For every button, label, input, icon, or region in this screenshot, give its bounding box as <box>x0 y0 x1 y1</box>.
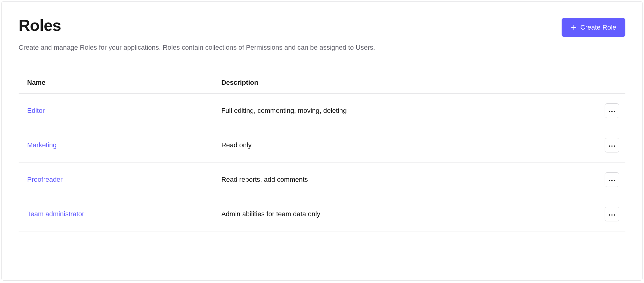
svg-point-7 <box>611 180 613 181</box>
row-actions-button[interactable] <box>605 172 619 187</box>
svg-point-10 <box>611 214 613 216</box>
table-row: Marketing Read only <box>19 128 625 163</box>
table-row: Team administrator Admin abilities for t… <box>19 197 625 231</box>
svg-point-0 <box>609 111 610 112</box>
more-icon <box>609 177 615 182</box>
column-header-name: Name <box>19 72 213 94</box>
page-subtitle: Create and manage Roles for your applica… <box>19 42 625 52</box>
svg-point-2 <box>614 111 615 112</box>
svg-point-11 <box>614 214 615 216</box>
role-link[interactable]: Marketing <box>27 141 57 149</box>
table-row: Editor Full editing, commenting, moving,… <box>19 94 625 128</box>
more-icon <box>609 212 615 217</box>
svg-point-5 <box>614 145 615 147</box>
svg-point-3 <box>609 145 610 147</box>
roles-panel: Roles Create Role Create and manage Role… <box>1 1 643 281</box>
more-icon <box>609 109 615 113</box>
row-actions-button[interactable] <box>605 207 619 221</box>
more-icon <box>609 143 615 148</box>
column-header-actions <box>565 72 625 94</box>
table-row: Proofreader Read reports, add comments <box>19 163 625 197</box>
row-actions-button[interactable] <box>605 138 619 152</box>
plus-icon <box>571 24 577 30</box>
create-role-button[interactable]: Create Role <box>562 18 625 37</box>
role-description: Read reports, add comments <box>213 163 565 197</box>
svg-point-8 <box>614 180 615 181</box>
svg-point-9 <box>609 214 610 216</box>
svg-point-1 <box>611 111 613 112</box>
create-role-label: Create Role <box>581 23 616 31</box>
role-link[interactable]: Editor <box>27 107 45 114</box>
role-link[interactable]: Proofreader <box>27 176 63 183</box>
role-description: Read only <box>213 128 565 163</box>
roles-table: Name Description Editor Full editing, co… <box>19 72 625 231</box>
page-title: Roles <box>19 16 61 34</box>
svg-point-4 <box>611 145 613 147</box>
role-description: Full editing, commenting, moving, deleti… <box>213 94 565 128</box>
row-actions-button[interactable] <box>605 103 619 118</box>
svg-point-6 <box>609 180 610 181</box>
role-description: Admin abilities for team data only <box>213 197 565 231</box>
panel-header: Roles Create Role <box>19 16 625 37</box>
role-link[interactable]: Team administrator <box>27 210 84 218</box>
column-header-description: Description <box>213 72 565 94</box>
